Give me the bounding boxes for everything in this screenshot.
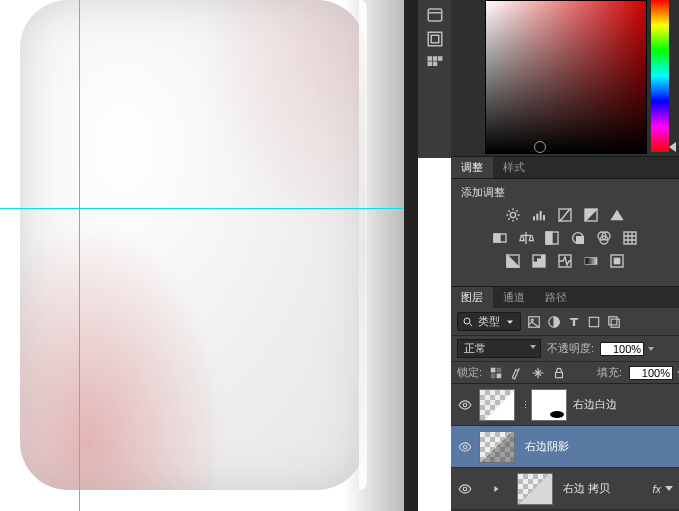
layer-kind-filter[interactable]: 类型 — [457, 312, 521, 331]
filter-adjust-icon[interactable] — [547, 315, 561, 329]
lock-transparency-icon[interactable] — [489, 366, 503, 380]
fill-label: 填充: — [597, 365, 622, 380]
color-cursor[interactable] — [534, 141, 546, 153]
svg-point-40 — [531, 319, 533, 321]
guide-vertical[interactable] — [79, 0, 80, 511]
svg-rect-34 — [585, 258, 597, 265]
brightness-icon[interactable] — [504, 207, 522, 223]
opacity-label: 不透明度: — [547, 341, 594, 356]
svg-rect-46 — [497, 367, 502, 372]
hue-sat-icon[interactable] — [491, 230, 509, 246]
fx-badge[interactable]: fx — [652, 483, 661, 495]
threshold-icon[interactable] — [556, 253, 574, 269]
svg-rect-49 — [556, 372, 563, 377]
svg-marker-16 — [610, 210, 623, 221]
guide-horizontal[interactable] — [0, 208, 404, 209]
tab-layers[interactable]: 图层 — [451, 287, 493, 308]
artwork-shape — [20, 0, 365, 490]
tab-styles[interactable]: 样式 — [493, 157, 535, 178]
layers-tab-strip: 图层 通道 路径 — [451, 287, 679, 308]
vibrance-icon[interactable] — [608, 207, 626, 223]
visibility-toggle[interactable] — [451, 440, 479, 454]
levels-icon[interactable] — [530, 207, 548, 223]
layer-row[interactable]: 右边阴影 — [451, 426, 679, 468]
visibility-toggle[interactable] — [451, 482, 479, 496]
svg-rect-1 — [428, 32, 442, 46]
svg-point-51 — [463, 445, 467, 449]
layer-row[interactable]: 右边 拷贝 fx — [451, 468, 679, 510]
svg-rect-42 — [589, 317, 598, 326]
filter-smart-icon[interactable] — [607, 315, 621, 329]
visibility-toggle[interactable] — [451, 398, 479, 412]
svg-rect-31 — [537, 258, 541, 267]
lock-position-icon[interactable] — [531, 366, 545, 380]
layer-name[interactable]: 右边白边 — [573, 397, 675, 412]
fx-collapse-icon[interactable] — [665, 486, 673, 491]
swatches-panel-icon[interactable] — [425, 54, 445, 72]
search-icon — [462, 316, 474, 328]
svg-point-8 — [510, 212, 515, 217]
tab-channels[interactable]: 通道 — [493, 287, 535, 308]
svg-rect-22 — [577, 237, 584, 244]
adjustments-title: 添加调整 — [461, 185, 669, 200]
svg-rect-7 — [432, 62, 437, 67]
invert-icon[interactable] — [504, 253, 522, 269]
svg-rect-5 — [438, 56, 443, 61]
channel-mixer-icon[interactable] — [595, 230, 613, 246]
svg-rect-45 — [491, 367, 496, 372]
svg-rect-4 — [432, 56, 437, 61]
black-white-icon[interactable] — [543, 230, 561, 246]
svg-point-50 — [463, 403, 467, 407]
svg-rect-10 — [536, 214, 538, 221]
svg-rect-6 — [427, 62, 432, 67]
selective-color-icon[interactable] — [608, 253, 626, 269]
hue-slider[interactable] — [651, 0, 669, 152]
layer-mask-thumbnail[interactable] — [531, 389, 567, 421]
svg-rect-48 — [497, 373, 502, 378]
posterize-icon[interactable] — [530, 253, 548, 269]
hue-slider-handle[interactable] — [669, 142, 676, 152]
layer-row[interactable]: ⋮ 右边白边 — [451, 384, 679, 426]
mask-link-icon[interactable]: ⋮ — [520, 400, 530, 410]
blend-mode-select[interactable]: 正常 — [457, 339, 541, 358]
collapsed-panel-dock[interactable] — [418, 0, 452, 158]
adjustments-panel: 添加调整 — [451, 179, 679, 287]
svg-point-37 — [464, 318, 470, 324]
tab-adjustments[interactable]: 调整 — [451, 157, 493, 178]
gradient-map-icon[interactable] — [582, 253, 600, 269]
color-field[interactable] — [485, 0, 647, 154]
svg-rect-20 — [546, 232, 552, 244]
layer-name[interactable]: 右边 拷贝 — [563, 481, 652, 496]
canvas-area[interactable] — [0, 0, 404, 511]
photo-filter-icon[interactable] — [569, 230, 587, 246]
color-balance-icon[interactable] — [517, 230, 535, 246]
filter-pixel-icon[interactable] — [527, 315, 541, 329]
svg-marker-28 — [507, 255, 519, 267]
panel-dock-divider — [404, 0, 418, 511]
filter-type-icon[interactable] — [567, 315, 581, 329]
filter-shape-icon[interactable] — [587, 315, 601, 329]
svg-rect-12 — [543, 215, 545, 220]
svg-rect-18 — [494, 234, 500, 242]
lock-pixels-icon[interactable] — [510, 366, 524, 380]
opacity-input[interactable]: 100% — [600, 342, 644, 356]
history-panel-icon[interactable] — [425, 6, 445, 24]
layer-thumbnail[interactable] — [517, 473, 553, 505]
collapse-toggle[interactable] — [479, 474, 513, 504]
svg-rect-9 — [533, 216, 535, 220]
svg-marker-38 — [507, 320, 513, 324]
svg-rect-3 — [427, 56, 432, 61]
exposure-icon[interactable] — [582, 207, 600, 223]
layer-thumbnail[interactable] — [479, 431, 515, 463]
layer-thumbnail[interactable] — [479, 389, 515, 421]
svg-rect-26 — [624, 232, 636, 244]
fill-input[interactable]: 100% — [629, 366, 673, 380]
tab-paths[interactable]: 路径 — [535, 287, 577, 308]
svg-rect-30 — [533, 262, 537, 267]
color-lookup-icon[interactable] — [621, 230, 639, 246]
layer-name[interactable]: 右边阴影 — [525, 439, 675, 454]
properties-panel-icon[interactable] — [425, 30, 445, 48]
curves-icon[interactable] — [556, 207, 574, 223]
layer-filter-bar: 类型 — [451, 308, 679, 336]
lock-all-icon[interactable] — [552, 366, 566, 380]
